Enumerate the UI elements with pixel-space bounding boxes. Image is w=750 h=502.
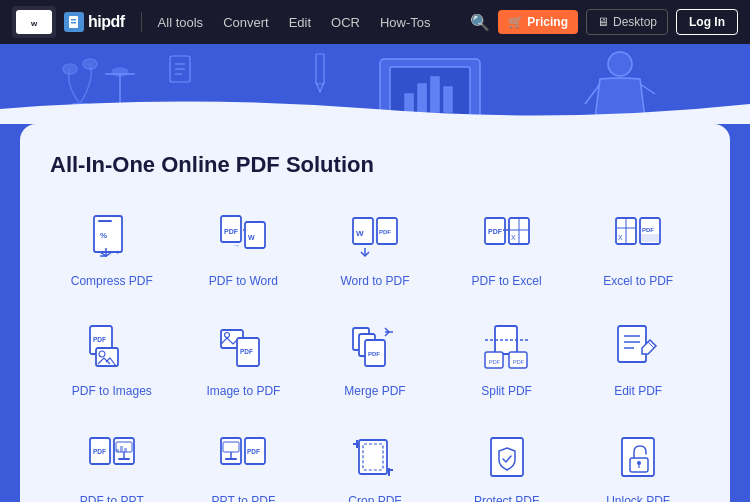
split-pdf-icon: PDF PDF: [479, 320, 535, 376]
svg-text:→: →: [233, 242, 240, 249]
pdf-to-images-label: PDF to Images: [72, 384, 152, 398]
main-content: All-In-One Online PDF Solution % ↓ Compr…: [20, 124, 730, 502]
svg-text:↓: ↓: [116, 248, 120, 255]
nav-items: All tools Convert Edit OCR How-Tos: [158, 15, 463, 30]
merge-pdf-label: Merge PDF: [344, 384, 405, 398]
nav-convert[interactable]: Convert: [223, 15, 269, 30]
edit-pdf-label: Edit PDF: [614, 384, 662, 398]
nav-all-tools[interactable]: All tools: [158, 15, 204, 30]
svg-text:PDF: PDF: [224, 228, 239, 235]
svg-point-8: [112, 68, 128, 76]
tool-pdf-to-excel[interactable]: PDF X PDF to Excel: [445, 202, 569, 296]
pdf-to-excel-label: PDF to Excel: [472, 274, 542, 288]
pdf-to-images-icon: PDF: [84, 320, 140, 376]
tool-excel-to-pdf[interactable]: X PDF Excel to PDF: [576, 202, 700, 296]
pdf-to-word-label: PDF to Word: [209, 274, 278, 288]
svg-text:W: W: [356, 229, 364, 238]
svg-rect-73: [618, 326, 646, 362]
edit-pdf-icon: [610, 320, 666, 376]
split-pdf-label: Split PDF: [481, 384, 532, 398]
excel-to-pdf-icon: X PDF: [610, 210, 666, 266]
svg-rect-83: [118, 458, 130, 460]
svg-rect-15: [418, 84, 426, 112]
compress-pdf-label: Compress PDF: [71, 274, 153, 288]
svg-text:PDF: PDF: [93, 336, 106, 343]
merge-pdf-icon: PDF: [347, 320, 403, 376]
svg-rect-4: [71, 22, 76, 24]
page-title: All-In-One Online PDF Solution: [50, 152, 700, 178]
tool-merge-pdf[interactable]: PDF Merge PDF: [313, 312, 437, 406]
svg-rect-53: [641, 234, 659, 242]
svg-text:PDF: PDF: [240, 348, 253, 355]
search-icon[interactable]: 🔍: [470, 13, 490, 32]
tool-pdf-to-images[interactable]: PDF PDF to Images: [50, 312, 174, 406]
svg-text:X: X: [511, 234, 516, 241]
svg-point-11: [83, 59, 97, 69]
svg-rect-29: [98, 220, 112, 222]
svg-rect-16: [431, 77, 439, 112]
word-to-pdf-label: Word to PDF: [340, 274, 409, 288]
nav-right: 🔍 🛒 Pricing 🖥 Desktop Log In: [470, 9, 738, 35]
svg-text:PDF: PDF: [488, 228, 503, 235]
pdf-to-ppt-icon: PDF: [84, 430, 140, 486]
navbar: w hipdf All tools Convert Edit OCR How-T…: [0, 0, 750, 44]
svg-text:PDF: PDF: [368, 351, 380, 357]
protect-pdf-label: Protect PDF: [474, 494, 539, 502]
tool-split-pdf[interactable]: PDF PDF Split PDF: [445, 312, 569, 406]
svg-rect-3: [71, 19, 76, 21]
word-to-pdf-icon: W PDF: [347, 210, 403, 266]
login-button[interactable]: Log In: [676, 9, 738, 35]
svg-text:PDF: PDF: [379, 229, 391, 235]
image-to-pdf-icon: PDF: [215, 320, 271, 376]
excel-to-pdf-label: Excel to PDF: [603, 274, 673, 288]
svg-rect-85: [120, 446, 123, 452]
tool-edit-pdf[interactable]: Edit PDF: [576, 312, 700, 406]
svg-rect-14: [405, 94, 413, 112]
unlock-pdf-icon: [610, 430, 666, 486]
svg-rect-13: [390, 67, 470, 115]
tool-crop-pdf[interactable]: Crop PDF: [313, 422, 437, 502]
unlock-pdf-label: Unlock PDF: [606, 494, 670, 502]
svg-point-100: [637, 461, 641, 465]
nav-edit[interactable]: Edit: [289, 15, 311, 30]
compress-pdf-icon: % ↓: [84, 210, 140, 266]
hipdf-icon: [64, 12, 84, 32]
svg-text:PDF: PDF: [247, 448, 260, 455]
pdf-to-word-icon: PDF W →: [215, 210, 271, 266]
hero-section: [0, 44, 750, 124]
svg-text:PDF: PDF: [93, 448, 106, 455]
nav-howtos[interactable]: How-Tos: [380, 15, 431, 30]
crop-pdf-icon: [347, 430, 403, 486]
svg-text:PDF: PDF: [489, 359, 501, 365]
tool-unlock-pdf[interactable]: Unlock PDF: [576, 422, 700, 502]
tool-pdf-to-word[interactable]: PDF W → PDF to Word: [182, 202, 306, 296]
svg-text:W: W: [248, 234, 255, 241]
tools-grid: % ↓ Compress PDF PDF W → PDF: [50, 202, 700, 502]
image-to-pdf-label: Image to PDF: [206, 384, 280, 398]
pdf-to-excel-icon: PDF X: [479, 210, 535, 266]
desktop-label: Desktop: [613, 15, 657, 29]
tool-pdf-to-ppt[interactable]: PDF PDF to PPT: [50, 422, 174, 502]
pricing-label: Pricing: [527, 15, 568, 29]
desktop-button[interactable]: 🖥 Desktop: [586, 9, 668, 35]
nav-divider: [141, 12, 142, 32]
svg-text:%: %: [100, 231, 107, 240]
pricing-cart-icon: 🛒: [508, 15, 523, 29]
ppt-to-pdf-label: PPT to PDF: [211, 494, 275, 502]
svg-rect-17: [444, 87, 452, 112]
tool-image-to-pdf[interactable]: PDF Image to PDF: [182, 312, 306, 406]
hipdf-brand[interactable]: hipdf: [64, 12, 125, 32]
ppt-to-pdf-icon: PDF: [215, 430, 271, 486]
tool-protect-pdf[interactable]: Protect PDF: [445, 422, 569, 502]
nav-ocr[interactable]: OCR: [331, 15, 360, 30]
crop-pdf-label: Crop PDF: [348, 494, 401, 502]
pricing-button[interactable]: 🛒 Pricing: [498, 10, 578, 34]
svg-point-10: [63, 64, 77, 74]
pdf-to-ppt-label: PDF to PPT: [80, 494, 144, 502]
svg-rect-84: [116, 449, 119, 452]
tool-ppt-to-pdf[interactable]: PDF PPT to PDF: [182, 422, 306, 502]
wondershare-logo[interactable]: w: [12, 6, 56, 38]
tool-compress-pdf[interactable]: % ↓ Compress PDF: [50, 202, 174, 296]
tool-word-to-pdf[interactable]: W PDF Word to PDF: [313, 202, 437, 296]
svg-rect-90: [225, 458, 237, 460]
